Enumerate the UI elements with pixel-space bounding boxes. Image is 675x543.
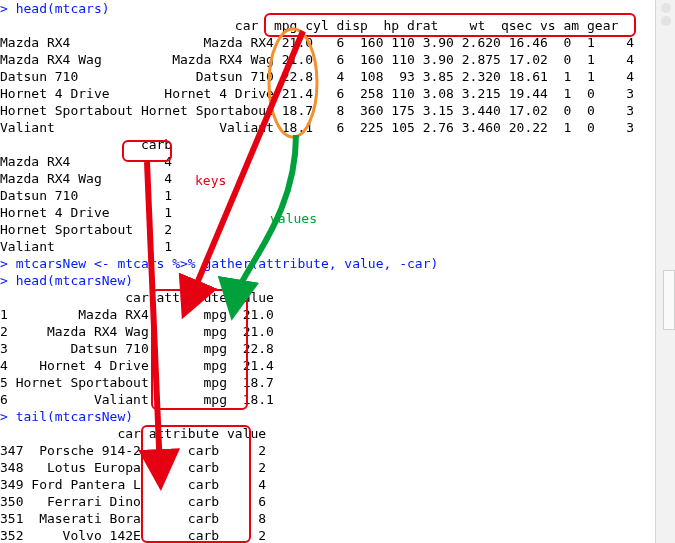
mtcars-wide-carb-header: carb (0, 136, 655, 153)
gutter-dot-icon (661, 3, 671, 13)
mtcars-wide-row: Datsun 710 Datsun 710 22.8 4 108 93 3.85… (0, 68, 655, 85)
r-console-output: > head(mtcars) car mpg cyl disp hp drat … (0, 0, 655, 543)
mtcars-long-head-row: 3 Datsun 710 mpg 22.8 (0, 340, 655, 357)
mtcars-wide-row: Valiant Valiant 18.1 6 225 105 2.76 3.46… (0, 119, 655, 136)
mtcars-long-head-row: 1 Mazda RX4 mpg 21.0 (0, 306, 655, 323)
mtcars-wide-carb-row: Hornet Sportabout 2 (0, 221, 655, 238)
mtcars-wide-carb-row: Datsun 710 1 (0, 187, 655, 204)
mtcars-wide-row: Hornet 4 Drive Hornet 4 Drive 21.4 6 258… (0, 85, 655, 102)
mtcars-wide-header: car mpg cyl disp hp drat wt qsec vs am g… (0, 17, 655, 34)
cmd-gather: > mtcarsNew <- mtcars %>% gather(attribu… (0, 255, 655, 272)
gutter-tab-icon (663, 270, 675, 330)
mtcars-long-tail-row: 352 Volvo 142E carb 2 (0, 527, 655, 543)
mtcars-wide-carb-row: Mazda RX4 4 (0, 153, 655, 170)
cmd-head-mtcars: > head(mtcars) (0, 0, 655, 17)
annotation-values-label: values (270, 210, 317, 227)
mtcars-long-tail-row: 347 Porsche 914-2 carb 2 (0, 442, 655, 459)
mtcars-long-tail-header: car attribute value (0, 425, 655, 442)
mtcars-long-head-row: 5 Hornet Sportabout mpg 18.7 (0, 374, 655, 391)
cmd-tail-new: > tail(mtcarsNew) (0, 408, 655, 425)
cmd-head-new: > head(mtcarsNew) (0, 272, 655, 289)
mtcars-long-tail-row: 349 Ford Pantera L carb 4 (0, 476, 655, 493)
gutter-dot-icon (661, 16, 671, 26)
mtcars-long-head-row: 2 Mazda RX4 Wag mpg 21.0 (0, 323, 655, 340)
mtcars-long-head-row: 6 Valiant mpg 18.1 (0, 391, 655, 408)
mtcars-wide-row: Mazda RX4 Wag Mazda RX4 Wag 21.0 6 160 1… (0, 51, 655, 68)
mtcars-long-head-row: 4 Hornet 4 Drive mpg 21.4 (0, 357, 655, 374)
mtcars-long-head-header: car attribute value (0, 289, 655, 306)
mtcars-wide-row: Hornet Sportabout Hornet Sportabout 18.7… (0, 102, 655, 119)
mtcars-wide-carb-row: Mazda RX4 Wag 4 (0, 170, 655, 187)
ide-right-gutter (655, 0, 675, 543)
mtcars-wide-carb-row: Valiant 1 (0, 238, 655, 255)
mtcars-wide-row: Mazda RX4 Mazda RX4 21.0 6 160 110 3.90 … (0, 34, 655, 51)
mtcars-wide-carb-row: Hornet 4 Drive 1 (0, 204, 655, 221)
mtcars-long-tail-row: 350 Ferrari Dino carb 6 (0, 493, 655, 510)
mtcars-long-tail-row: 351 Maserati Bora carb 8 (0, 510, 655, 527)
annotation-keys-label: keys (195, 172, 226, 189)
mtcars-long-tail-row: 348 Lotus Europa carb 2 (0, 459, 655, 476)
